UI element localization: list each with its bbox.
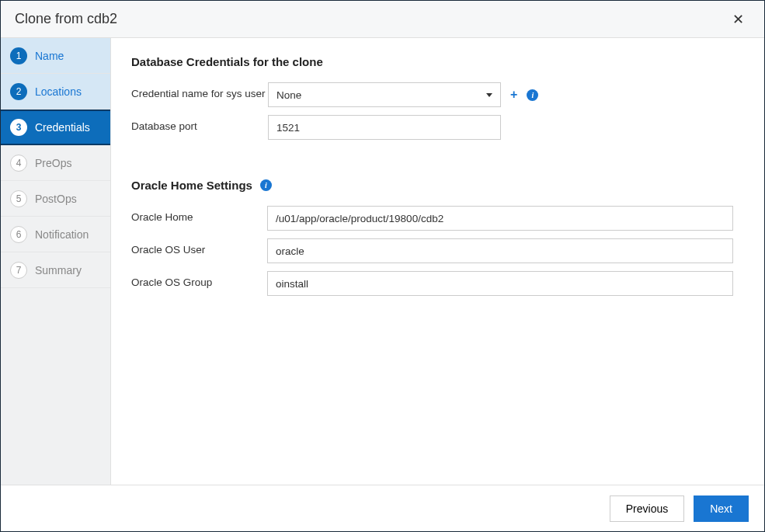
step-preops[interactable]: 4 PreOps [1,145,110,181]
info-icon[interactable]: i [527,89,538,101]
database-port-input[interactable] [268,115,501,140]
step-credentials[interactable]: 3 Credentials [1,110,110,145]
step-locations[interactable]: 2 Locations [1,74,110,110]
step-label: Name [35,50,64,62]
wizard-sidebar: 1 Name 2 Locations 3 Credentials 4 PreOp… [1,38,111,485]
label-oracle-os-group: Oracle OS Group [131,271,267,290]
label-database-port: Database port [131,115,268,134]
dialog-footer: Previous Next [1,485,764,531]
next-button[interactable]: Next [694,495,749,522]
label-oracle-os-user: Oracle OS User [131,238,267,257]
oracle-home-input[interactable] [267,206,733,231]
oracle-os-user-input[interactable] [267,238,733,263]
step-label: PreOps [35,157,71,169]
row-database-port: Database port [131,115,733,140]
main-panel: Database Credentials for the clone Crede… [111,38,764,485]
row-oracle-os-user: Oracle OS User [131,238,733,263]
step-summary[interactable]: 7 Summary [1,252,110,288]
add-credential-button[interactable]: + [510,88,517,102]
caret-down-icon [486,93,492,97]
row-credential-name: Credential name for sys user None + i [131,82,733,107]
row-oracle-home: Oracle Home [131,206,733,231]
step-number: 5 [10,190,27,207]
step-label: Notification [35,228,89,241]
step-label: Locations [35,85,82,98]
step-number: 7 [10,262,27,279]
step-name[interactable]: 1 Name [1,38,110,74]
step-postops[interactable]: 5 PostOps [1,181,110,217]
step-notification[interactable]: 6 Notification [1,217,110,252]
step-number: 1 [10,47,27,64]
step-label: Summary [35,264,82,276]
credential-select-value: None [276,89,301,101]
dialog-title: Clone from cdb2 [15,11,117,27]
row-oracle-os-group: Oracle OS Group [131,271,733,296]
step-label: PostOps [35,193,77,205]
oracle-os-group-input[interactable] [267,271,733,296]
step-label: Credentials [35,121,90,134]
label-credential-name: Credential name for sys user [131,82,268,101]
section-title-db-credentials: Database Credentials for the clone [131,55,733,68]
close-button[interactable]: ✕ [726,8,750,31]
step-number: 4 [10,155,27,172]
close-icon: ✕ [732,12,744,27]
section-title-oracle-home: Oracle Home Settings i [131,179,733,192]
plus-icon: + [510,88,517,101]
step-number: 3 [10,119,27,136]
step-number: 2 [10,83,27,100]
dialog-header: Clone from cdb2 ✕ [1,1,764,38]
label-oracle-home: Oracle Home [131,206,267,224]
previous-button[interactable]: Previous [610,495,684,522]
info-icon[interactable]: i [260,179,272,191]
credential-select[interactable]: None [268,82,501,107]
step-number: 6 [10,226,27,243]
